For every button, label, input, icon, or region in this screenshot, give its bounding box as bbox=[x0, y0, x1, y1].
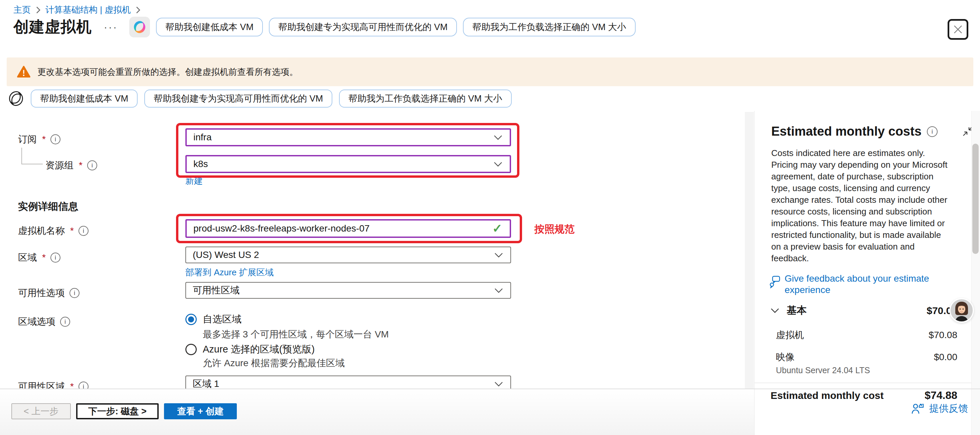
create-vm-page: 主页 计算基础结构 | 虚拟机 创建虚拟机 ··· bbox=[0, 0, 980, 435]
chevron-down-icon bbox=[494, 159, 502, 169]
basic-cost-group[interactable]: 基本 $70.08 bbox=[754, 304, 980, 317]
provide-feedback-link[interactable]: 提供反馈 bbox=[911, 402, 968, 415]
radio-selected-icon[interactable] bbox=[185, 314, 197, 325]
footer-divider bbox=[0, 389, 980, 389]
chevron-down-icon bbox=[494, 250, 503, 260]
valid-check-icon: ✓ bbox=[492, 221, 502, 236]
azure-selected-zones-radio[interactable]: Azure 选择的区域(预览版) bbox=[185, 343, 315, 356]
total-cost-row: Estimated monthly cost $74.88 bbox=[754, 389, 980, 402]
close-button[interactable] bbox=[948, 19, 968, 40]
cost-disclaimer: Costs indicated here are estimates only.… bbox=[771, 147, 952, 264]
cost-row-vm: 虚拟机 $70.08 bbox=[754, 329, 980, 341]
group-label: 基本 bbox=[787, 304, 807, 317]
next-disks-button[interactable]: 下一步: 磁盘 > bbox=[76, 403, 159, 419]
footer-bar: < 上一步 下一步: 磁盘 > 查看 + 创建 bbox=[0, 389, 754, 435]
instance-details-section-title: 实例详细信息 bbox=[18, 200, 78, 214]
info-icon[interactable]: i bbox=[78, 226, 89, 236]
chevron-down-icon bbox=[494, 285, 503, 296]
availability-zone-label: 可用性区域* i bbox=[18, 380, 89, 389]
form-area: 订阅* i infra 资源组* i k8s 新建 实例详细信息 虚拟机名称* bbox=[0, 0, 745, 389]
chevron-down-icon bbox=[494, 132, 502, 143]
info-icon[interactable]: i bbox=[927, 126, 937, 137]
resource-group-label: 资源组* i bbox=[45, 159, 97, 172]
image-name-subtext: Ubuntu Server 24.04 LTS bbox=[754, 365, 980, 375]
person-feedback-icon bbox=[911, 402, 924, 415]
info-icon[interactable]: i bbox=[78, 382, 89, 389]
azure-selected-zones-desc: 允许 Azure 根据需要分配最佳区域 bbox=[203, 357, 345, 370]
subscription-label: 订阅* i bbox=[18, 133, 60, 146]
availability-options-label: 可用性选项 i bbox=[18, 287, 80, 300]
panel-title-row: Estimated monthly costs i bbox=[771, 124, 974, 139]
previous-button: < 上一步 bbox=[11, 403, 71, 419]
annotation-text: 按照规范 bbox=[535, 223, 574, 236]
assistant-avatar[interactable] bbox=[949, 298, 974, 323]
chevron-down-icon bbox=[494, 379, 503, 389]
give-feedback-link[interactable]: Give feedback about your estimate experi… bbox=[769, 273, 963, 296]
close-icon bbox=[953, 24, 963, 34]
review-create-button[interactable]: 查看 + 创建 bbox=[164, 403, 237, 419]
info-icon[interactable]: i bbox=[51, 134, 60, 144]
zone-options-label: 区域选项 i bbox=[18, 315, 70, 328]
cost-row-image: 映像 $0.00 bbox=[754, 351, 980, 363]
chevron-down-icon bbox=[771, 308, 779, 313]
panel-scrollbar-thumb[interactable] bbox=[972, 143, 978, 254]
availability-zone-select[interactable]: 区域 1 bbox=[185, 376, 511, 389]
tree-connector bbox=[21, 164, 43, 164]
info-icon[interactable]: i bbox=[51, 253, 60, 263]
availability-options-select[interactable]: 可用性区域 bbox=[185, 282, 511, 299]
resource-group-select[interactable]: k8s bbox=[185, 155, 511, 173]
panel-divider bbox=[754, 382, 980, 383]
self-select-zones-radio[interactable]: 自选区域 bbox=[185, 313, 242, 326]
vm-name-field: ✓ bbox=[185, 219, 511, 238]
estimated-costs-panel: Estimated monthly costs i Costs indicate… bbox=[754, 111, 980, 435]
panel-title: Estimated monthly costs bbox=[771, 124, 921, 139]
vm-name-label: 虚拟机名称* i bbox=[18, 225, 89, 237]
deploy-edge-zone-link[interactable]: 部署到 Azure 扩展区域 bbox=[185, 267, 274, 278]
region-select[interactable]: (US) West US 2 bbox=[185, 247, 511, 263]
create-new-resource-group-link[interactable]: 新建 bbox=[185, 175, 203, 187]
radio-unselected-icon[interactable] bbox=[185, 344, 197, 355]
self-select-zones-desc: 最多选择 3 个可用性区域，每个区域一台 VM bbox=[203, 328, 389, 341]
tree-connector bbox=[21, 148, 22, 164]
info-icon[interactable]: i bbox=[87, 160, 97, 170]
info-icon[interactable]: i bbox=[60, 317, 70, 327]
info-icon[interactable]: i bbox=[70, 288, 80, 298]
subscription-select[interactable]: infra bbox=[185, 128, 511, 147]
feedback-bubbles-icon bbox=[769, 275, 781, 288]
vm-name-input[interactable] bbox=[187, 220, 492, 237]
main-scrollbar[interactable] bbox=[745, 112, 754, 389]
region-label: 区域* i bbox=[18, 251, 60, 264]
